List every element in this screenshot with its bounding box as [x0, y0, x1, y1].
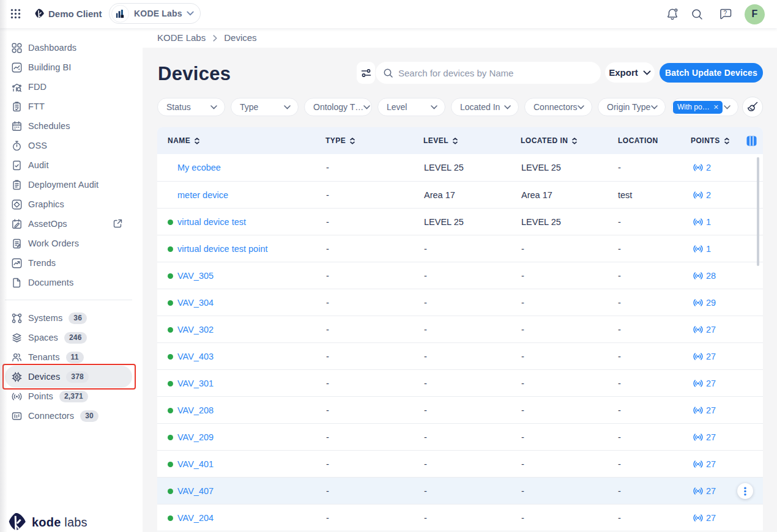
svg-text:?: ?: [724, 10, 727, 17]
